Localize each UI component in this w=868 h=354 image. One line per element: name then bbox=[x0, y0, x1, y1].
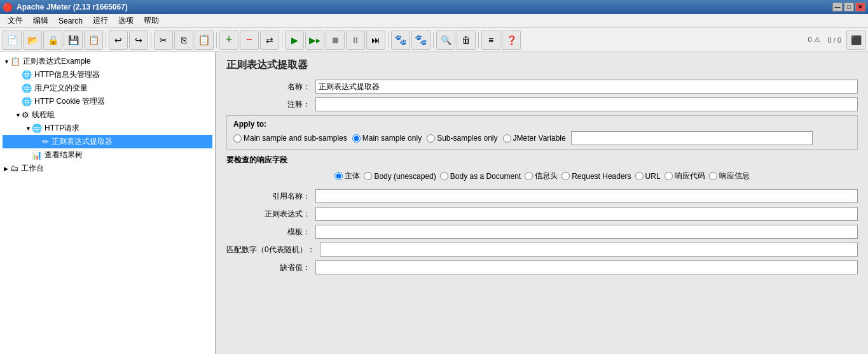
toolbar-add[interactable]: + bbox=[219, 31, 238, 50]
minimize-button[interactable]: — bbox=[832, 3, 843, 11]
tree-node-icon: 🗂 bbox=[10, 164, 18, 173]
toolbar-cut[interactable]: ✂ bbox=[154, 31, 173, 50]
menu-bar: 文件 编辑 Search 运行 选项 帮助 bbox=[0, 14, 868, 28]
toolbar-toggle[interactable]: ⇄ bbox=[260, 31, 279, 50]
regex-field-row-0: 引用名称： bbox=[226, 189, 858, 203]
menu-options[interactable]: 选项 bbox=[113, 14, 139, 27]
jmeter-var-input[interactable] bbox=[571, 131, 813, 145]
apply-sub-only[interactable]: Sub-samples only bbox=[427, 134, 497, 143]
toolbar-stop[interactable]: ⏹ bbox=[326, 31, 345, 50]
rf-body-doc[interactable]: Body as a Document bbox=[440, 172, 521, 181]
toolbar-clear-search[interactable]: 🗑 bbox=[457, 31, 476, 50]
comment-input[interactable] bbox=[315, 97, 858, 111]
toolbar-search[interactable]: 🔍 bbox=[436, 31, 455, 50]
apply-to-title: Apply to: bbox=[233, 120, 851, 129]
name-label: 名称： bbox=[226, 81, 315, 92]
apply-main-sub[interactable]: Main sample and sub-samples bbox=[233, 134, 347, 143]
toolbar-saveas[interactable]: 📋 bbox=[84, 31, 103, 50]
tree-node-icon: 📊 bbox=[32, 150, 42, 160]
tree-node-label: HTTP请求 bbox=[45, 123, 79, 134]
rf-response-code[interactable]: 响应代码 bbox=[665, 171, 705, 181]
toolbar-undo[interactable]: ↩ bbox=[109, 31, 128, 50]
rf-body[interactable]: 主体 bbox=[334, 171, 360, 181]
toolbar-remote-start[interactable]: ⏭ bbox=[366, 31, 385, 50]
response-field-section: 要检查的响应字段 主体 Body (unescaped) Body as a D… bbox=[226, 155, 858, 184]
tree-item-regex-extractor[interactable]: ✏正则表达式提取器 bbox=[3, 135, 212, 148]
toolbar-redo[interactable]: ↪ bbox=[129, 31, 148, 50]
tree-item-user-vars[interactable]: 🌐用户定义的变量 bbox=[3, 81, 212, 95]
window-controls: — □ ✕ bbox=[832, 3, 865, 11]
tree-item-root[interactable]: ▼📋正则表达式Example bbox=[3, 55, 212, 68]
toolbar-save[interactable]: 💾 bbox=[64, 31, 83, 50]
field-label-3: 匹配数字（0代表随机）： bbox=[226, 244, 320, 255]
toolbar-end[interactable]: ⬛ bbox=[846, 31, 865, 50]
expand-arrow: ▶ bbox=[4, 166, 10, 172]
toolbar-config2[interactable]: 🐾 bbox=[411, 31, 431, 50]
tree-node-label: HTTP Cookie 管理器 bbox=[34, 96, 105, 107]
field-input-4[interactable] bbox=[315, 260, 858, 274]
name-input[interactable] bbox=[315, 80, 858, 94]
apply-jmeter-var[interactable]: JMeter Variable bbox=[503, 134, 566, 143]
menu-edit[interactable]: 编辑 bbox=[28, 14, 53, 27]
tree-item-thread-group[interactable]: ▼⚙线程组 bbox=[3, 108, 212, 122]
status-area: 0 ⚠ 0 / 0 ⬛ bbox=[808, 31, 865, 50]
title-text: Apache JMeter (2.13 r1665067) bbox=[13, 3, 832, 11]
toolbar-open[interactable]: 📂 bbox=[23, 31, 42, 50]
rf-body-unescaped[interactable]: Body (unescaped) bbox=[364, 172, 436, 181]
toolbar: 📄 📂 🔒 💾 📋 ↩ ↪ ✂ ⎘ 📋 + − ⇄ ▶ ▶▸ ⏹ ⏸ ⏭ 🐾 🐾… bbox=[0, 28, 868, 52]
title-bar: 🔴 Apache JMeter (2.13 r1665067) — □ ✕ bbox=[0, 0, 868, 14]
tree-item-http-header[interactable]: 🌐HTTP信息头管理器 bbox=[3, 68, 212, 81]
sep5 bbox=[388, 32, 389, 48]
toolbar-copy[interactable]: ⎘ bbox=[174, 31, 193, 50]
toolbar-paste[interactable]: 📋 bbox=[195, 31, 214, 50]
menu-search[interactable]: Search bbox=[53, 15, 88, 27]
toolbar-help[interactable]: ❓ bbox=[502, 31, 521, 50]
maximize-button[interactable]: □ bbox=[844, 3, 854, 11]
toolbar-shutdown[interactable]: ⏸ bbox=[346, 31, 365, 50]
menu-file[interactable]: 文件 bbox=[3, 14, 28, 27]
sep7 bbox=[478, 32, 479, 48]
toolbar-start-nostopper[interactable]: ▶▸ bbox=[305, 31, 324, 50]
tree-container: ▼📋正则表达式Example🌐HTTP信息头管理器🌐用户定义的变量🌐HTTP C… bbox=[3, 55, 212, 175]
field-input-0[interactable] bbox=[315, 189, 858, 203]
panel-title: 正则表达式提取器 bbox=[226, 59, 858, 72]
toolbar-config1[interactable]: 🐾 bbox=[391, 31, 410, 50]
rf-request-headers[interactable]: Request Headers bbox=[561, 172, 631, 181]
tree-item-workbench[interactable]: ▶🗂工作台 bbox=[3, 162, 212, 175]
tree-node-label: 查看结果树 bbox=[45, 150, 83, 160]
close-button[interactable]: ✕ bbox=[855, 3, 865, 11]
toolbar-remove[interactable]: − bbox=[240, 31, 259, 50]
tree-item-http-request[interactable]: ▼🌐HTTP请求 bbox=[3, 122, 212, 135]
rf-header[interactable]: 信息头 bbox=[525, 171, 558, 181]
app-icon: 🔴 bbox=[3, 3, 13, 12]
toolbar-start[interactable]: ▶ bbox=[285, 31, 304, 50]
sep1 bbox=[106, 32, 106, 48]
tree-node-icon: 📋 bbox=[10, 57, 20, 66]
toolbar-list[interactable]: ≡ bbox=[481, 31, 500, 50]
field-label-1: 正则表达式： bbox=[226, 209, 315, 220]
regex-field-row-2: 模板： bbox=[226, 225, 858, 239]
menu-help[interactable]: 帮助 bbox=[139, 14, 164, 27]
sep4 bbox=[282, 32, 282, 48]
regex-field-row-1: 正则表达式： bbox=[226, 207, 858, 221]
toolbar-new[interactable]: 📄 bbox=[3, 31, 22, 50]
field-label-0: 引用名称： bbox=[226, 191, 315, 202]
toolbar-lock[interactable]: 🔒 bbox=[43, 31, 62, 50]
tree-node-label: 线程组 bbox=[32, 110, 55, 120]
tree-item-view-results[interactable]: 📊查看结果树 bbox=[3, 148, 212, 162]
comment-row: 注释： bbox=[226, 97, 858, 111]
tree-item-http-cookie[interactable]: 🌐HTTP Cookie 管理器 bbox=[3, 95, 212, 108]
regex-fields: 引用名称：正则表达式：模板：匹配数字（0代表随机）：缺省值： bbox=[226, 189, 858, 274]
apply-main-only[interactable]: Main sample only bbox=[352, 134, 422, 143]
tree-node-icon: 🌐 bbox=[22, 97, 32, 106]
right-panel: 正则表达式提取器 名称： 注释： Apply to: Main sample a… bbox=[216, 52, 868, 354]
menu-run[interactable]: 运行 bbox=[88, 14, 113, 27]
field-input-2[interactable] bbox=[315, 225, 858, 239]
field-input-3[interactable] bbox=[320, 243, 858, 257]
rf-response-msg[interactable]: 响应信息 bbox=[709, 171, 750, 181]
name-row: 名称： bbox=[226, 80, 858, 94]
apply-to-options: Main sample and sub-samples Main sample … bbox=[233, 131, 851, 145]
rf-url[interactable]: URL bbox=[635, 172, 661, 181]
tree-node-label: 正则表达式Example bbox=[23, 56, 91, 67]
field-input-1[interactable] bbox=[315, 207, 858, 221]
